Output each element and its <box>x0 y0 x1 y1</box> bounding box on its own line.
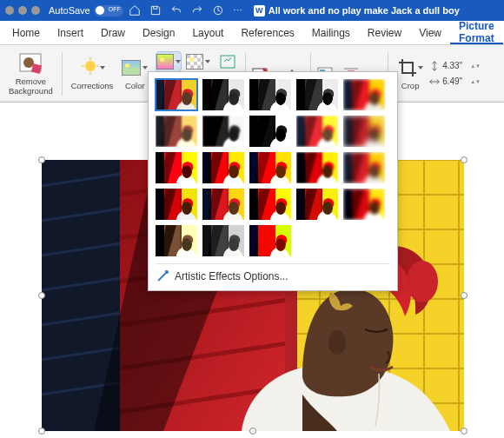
tab-insert[interactable]: Insert <box>49 21 92 44</box>
resize-handle-ml[interactable] <box>38 292 45 299</box>
color-icon <box>122 60 141 76</box>
svg-point-4 <box>85 61 96 71</box>
wand-icon <box>156 269 169 283</box>
word-doc-icon: W <box>254 5 265 17</box>
sync-icon[interactable] <box>212 4 224 17</box>
crop-label: Crop <box>401 82 420 90</box>
effect-thumb-15[interactable] <box>156 189 197 220</box>
remove-bg-label: Remove Background <box>9 77 53 96</box>
max-dot[interactable] <box>31 6 40 15</box>
more-icon[interactable]: ⋯ <box>233 5 243 17</box>
close-dot[interactable] <box>5 6 14 15</box>
min-dot[interactable] <box>18 6 27 15</box>
undo-icon[interactable] <box>170 4 182 17</box>
effect-thumb-13[interactable] <box>296 152 338 183</box>
resize-handle-bl[interactable] <box>38 428 45 435</box>
effect-thumb-3[interactable] <box>296 79 338 110</box>
transparency-button[interactable] <box>186 52 210 71</box>
effect-thumb-2[interactable] <box>249 79 291 110</box>
effect-thumb-11[interactable] <box>202 152 244 183</box>
artistic-effects-options[interactable]: Artistic Effects Options... <box>156 263 390 283</box>
home-icon[interactable] <box>129 4 141 17</box>
titlebar: AutoSave ⋯ W All work and no play make J… <box>0 0 504 21</box>
svg-point-36 <box>328 330 346 355</box>
document-title: W All work and no play make Jack a dull … <box>254 5 460 17</box>
effect-thumb-12[interactable] <box>249 152 291 183</box>
artistic-effects-gallery: Artistic Effects Options... <box>148 71 398 291</box>
svg-point-2 <box>23 57 34 68</box>
effect-thumb-6[interactable] <box>202 116 244 147</box>
effect-thumb-22[interactable] <box>249 225 291 256</box>
corrections-icon <box>79 57 98 78</box>
height-field[interactable]: 4.33" ▲▼ <box>428 60 477 72</box>
width-icon <box>428 76 441 88</box>
tab-design[interactable]: Design <box>134 21 183 44</box>
effect-thumb-8[interactable] <box>296 116 338 147</box>
window-controls[interactable] <box>5 6 40 15</box>
ribbon-tabs: Home Insert Draw Design Layout Reference… <box>0 21 504 45</box>
tab-draw[interactable]: Draw <box>92 21 134 44</box>
effects-thumb-grid <box>156 79 390 256</box>
tab-layout[interactable]: Layout <box>183 21 232 44</box>
effect-thumb-14[interactable] <box>343 152 385 183</box>
remove-bg-icon <box>18 52 43 75</box>
autosave-label: AutoSave <box>49 5 90 16</box>
remove-background-button[interactable]: Remove Background <box>5 49 56 98</box>
resize-handle-bm[interactable] <box>249 428 256 435</box>
corrections-label: Corrections <box>71 82 114 90</box>
color-label: Color <box>125 82 145 90</box>
artistic-effects-icon <box>156 54 174 70</box>
tab-view[interactable]: View <box>410 21 450 44</box>
effect-thumb-21[interactable] <box>202 225 244 256</box>
svg-rect-9 <box>221 56 235 68</box>
artistic-effects-button[interactable] <box>156 52 181 71</box>
resize-handle-tr[interactable] <box>461 156 468 163</box>
width-value: 6.49" <box>442 76 468 86</box>
size-group: 4.33" ▲▼ 6.49" ▲▼ <box>428 60 477 88</box>
width-field[interactable]: 6.49" ▲▼ <box>428 76 477 88</box>
crop-button[interactable]: Crop <box>394 49 427 98</box>
width-stepper[interactable]: ▲▼ <box>470 79 477 84</box>
tab-home[interactable]: Home <box>3 21 49 44</box>
resize-handle-tl[interactable] <box>38 156 45 163</box>
compress-icon <box>220 55 235 69</box>
svg-point-37 <box>407 261 438 302</box>
tab-review[interactable]: Review <box>359 21 410 44</box>
effect-thumb-20[interactable] <box>156 225 197 256</box>
effect-thumb-18[interactable] <box>296 189 338 220</box>
tab-picture-format[interactable]: Picture Format <box>450 21 503 44</box>
artistic-effects-options-label: Artistic Effects Options... <box>175 270 288 282</box>
resize-handle-mr[interactable] <box>461 292 468 299</box>
transparency-icon <box>186 54 203 70</box>
corrections-button[interactable]: Corrections <box>68 49 117 98</box>
effect-thumb-19[interactable] <box>343 189 385 220</box>
effect-thumb-4[interactable] <box>343 79 385 110</box>
effect-thumb-17[interactable] <box>249 189 291 220</box>
tab-references[interactable]: References <box>232 21 302 44</box>
autosave-toggle[interactable]: AutoSave <box>49 5 123 17</box>
compress-button[interactable] <box>216 52 240 71</box>
height-value: 4.33" <box>442 61 468 70</box>
effect-thumb-1[interactable] <box>202 79 244 110</box>
color-button[interactable]: Color <box>118 49 151 98</box>
effect-thumb-7[interactable] <box>249 116 291 147</box>
tab-mailings[interactable]: Mailings <box>303 21 359 44</box>
document-title-text: All work and no play make Jack a dull bo… <box>269 5 460 16</box>
crop-icon <box>397 57 416 78</box>
resize-handle-br[interactable] <box>461 428 468 435</box>
effect-thumb-10[interactable] <box>156 152 197 183</box>
effect-thumb-5[interactable] <box>156 116 197 147</box>
quick-access-toolbar: ⋯ <box>129 4 243 17</box>
height-icon <box>428 60 441 72</box>
effect-thumb-0[interactable] <box>156 79 197 110</box>
effect-thumb-16[interactable] <box>202 189 244 220</box>
autosave-switch[interactable] <box>94 5 123 17</box>
save-icon[interactable] <box>149 4 162 17</box>
effect-thumb-9[interactable] <box>343 116 385 147</box>
redo-icon[interactable] <box>191 4 203 17</box>
height-stepper[interactable]: ▲▼ <box>470 63 477 69</box>
separator <box>62 52 63 96</box>
